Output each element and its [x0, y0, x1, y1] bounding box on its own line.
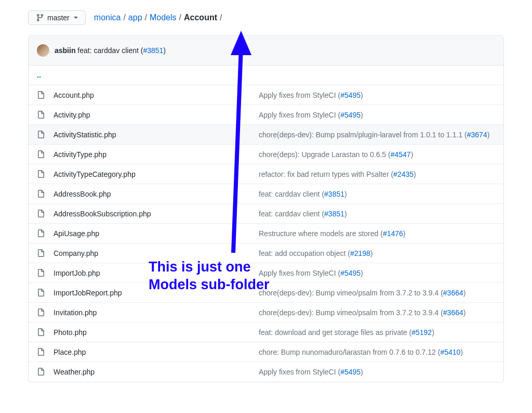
parent-directory-row[interactable]: ‥: [29, 66, 503, 85]
breadcrumb-separator: /: [220, 13, 222, 22]
file-link[interactable]: ActivityTypeCategory.php: [54, 170, 136, 178]
file-row: AddressBookSubscription.phpfeat: carddav…: [29, 204, 503, 224]
git-branch-icon: [36, 14, 44, 22]
file-name: ImportJobReport.php: [54, 289, 259, 297]
pr-link[interactable]: #4547: [391, 150, 411, 159]
pr-link[interactable]: #1476: [383, 229, 403, 238]
file-icon: [37, 170, 45, 178]
file-row: Activity.phpApply fixes from StyleCI (#5…: [29, 105, 503, 125]
pr-link[interactable]: #3664: [443, 308, 463, 317]
commit-summary: asbiin feat: carddav client (#3851): [55, 46, 166, 55]
file-row: ImportJobReport.phpchore(deps-dev): Bump…: [29, 283, 503, 303]
file-link[interactable]: Invitation.php: [54, 308, 97, 317]
file-link[interactable]: AddressBook.php: [54, 190, 111, 198]
commit-message: Apply fixes from StyleCI (#5495): [259, 368, 495, 376]
commit-message: chore(deps-dev): Bump vimeo/psalm from 3…: [259, 308, 495, 317]
file-name: ApiUsage.php: [54, 229, 259, 238]
pr-link[interactable]: #5495: [340, 91, 361, 99]
pr-link[interactable]: #2198: [350, 249, 370, 257]
file-list: ‥ Account.phpApply fixes from StyleCI (#…: [29, 66, 503, 382]
file-row: ActivityTypeCategory.phprefactor: fix ba…: [29, 164, 503, 184]
file-link[interactable]: Activity.php: [54, 111, 90, 119]
commit-message: Apply fixes from StyleCI (#5495): [259, 91, 495, 99]
pr-link[interactable]: #3674: [467, 131, 487, 139]
file-row: Account.phpApply fixes from StyleCI (#54…: [29, 85, 503, 105]
file-icon: [37, 190, 45, 198]
file-name: Photo.php: [54, 328, 259, 337]
file-name: ActivityTypeCategory.php: [54, 170, 259, 178]
commit-message: chore(deps): Upgrade Larastan to 0.6.5 (…: [259, 150, 495, 159]
commit-author[interactable]: asbiin: [55, 46, 75, 55]
file-icon: [37, 229, 45, 238]
pr-link[interactable]: #3851: [143, 46, 163, 55]
pr-link[interactable]: #3851: [324, 190, 344, 198]
file-icon: [37, 289, 45, 297]
file-name: Invitation.php: [54, 308, 259, 317]
commit-message: feat: carddav client (#3851): [77, 46, 166, 55]
branch-selector-button[interactable]: master: [28, 10, 86, 25]
breadcrumb-link[interactable]: Models: [150, 13, 177, 22]
file-link[interactable]: Place.php: [54, 348, 86, 356]
file-row: ActivityType.phpchore(deps): Upgrade Lar…: [29, 145, 503, 164]
commit-message: feat: carddav client (#3851): [259, 190, 495, 198]
file-icon: [37, 308, 45, 317]
file-icon: [37, 210, 45, 218]
author-avatar[interactable]: [37, 44, 49, 57]
file-name: ActivityStatistic.php: [54, 131, 259, 139]
file-name: Place.php: [54, 348, 259, 356]
branch-name: master: [47, 14, 70, 22]
file-name: Company.php: [54, 249, 259, 257]
file-link[interactable]: ActivityStatistic.php: [54, 131, 116, 139]
file-icon: [37, 131, 45, 139]
commit-message: feat: carddav client (#3851): [259, 210, 495, 218]
file-link[interactable]: ApiUsage.php: [54, 229, 99, 238]
file-link[interactable]: ActivityType.php: [54, 150, 107, 159]
header-row: master monica / app / Models / Account /: [28, 10, 504, 25]
file-name: Activity.php: [54, 111, 259, 119]
breadcrumbs: monica / app / Models / Account /: [94, 13, 224, 22]
pr-link[interactable]: #3851: [324, 210, 344, 218]
file-link[interactable]: ImportJobReport.php: [54, 289, 122, 297]
parent-directory-link[interactable]: ‥: [37, 72, 41, 79]
latest-commit-bar: asbiin feat: carddav client (#3851): [29, 36, 503, 66]
pr-link[interactable]: #5410: [440, 348, 460, 356]
file-link[interactable]: Photo.php: [54, 328, 87, 337]
file-row: Place.phpchore: Bump nunomaduro/larastan…: [29, 342, 503, 362]
file-name: Account.php: [54, 91, 259, 99]
commit-message: chore(deps-dev): Bump psalm/plugin-larav…: [259, 131, 495, 139]
commit-message: Apply fixes from StyleCI (#5495): [259, 111, 495, 119]
file-icon: [37, 111, 45, 119]
file-icon: [37, 269, 45, 277]
pr-link[interactable]: #3664: [443, 289, 463, 297]
file-link[interactable]: Company.php: [54, 249, 98, 257]
file-link[interactable]: ImportJob.php: [54, 269, 100, 277]
file-icon: [37, 328, 45, 337]
commit-message: Restructure where models are stored (#14…: [259, 229, 495, 238]
pr-link[interactable]: #2435: [393, 170, 414, 178]
breadcrumb-separator: /: [179, 13, 181, 22]
file-link[interactable]: Account.php: [54, 91, 94, 99]
breadcrumb-current: Account: [184, 13, 217, 22]
pr-link[interactable]: #5495: [340, 269, 361, 277]
pr-link[interactable]: #5192: [411, 328, 432, 337]
commit-message: feat: download and get storage files as …: [259, 328, 495, 337]
breadcrumb-link[interactable]: monica: [94, 13, 121, 22]
file-icon: [37, 249, 45, 257]
file-name: ActivityType.php: [54, 150, 259, 159]
caret-down-icon: [74, 17, 78, 19]
file-name: ImportJob.php: [54, 269, 259, 277]
commit-message: chore(deps-dev): Bump vimeo/psalm from 3…: [259, 289, 495, 297]
file-row: Invitation.phpchore(deps-dev): Bump vime…: [29, 303, 503, 322]
file-icon: [37, 368, 45, 376]
file-link[interactable]: Weather.php: [54, 368, 95, 376]
file-name: Weather.php: [54, 368, 259, 376]
file-row: ApiUsage.phpRestructure where models are…: [29, 224, 503, 243]
pr-link[interactable]: #5495: [340, 111, 361, 119]
commit-message: chore: Bump nunomaduro/larastan from 0.7…: [259, 348, 495, 356]
breadcrumb-link[interactable]: app: [128, 13, 142, 22]
file-link[interactable]: AddressBookSubscription.php: [54, 210, 151, 218]
file-listing-box: asbiin feat: carddav client (#3851) ‥ Ac…: [28, 35, 504, 382]
file-name: AddressBook.php: [54, 190, 259, 198]
pr-link[interactable]: #5495: [340, 368, 361, 376]
file-icon: [37, 91, 45, 99]
